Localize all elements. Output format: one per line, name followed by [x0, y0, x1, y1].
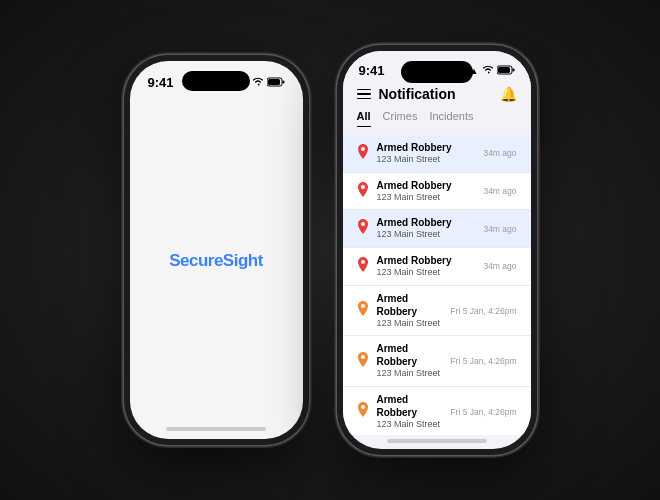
- tab-incidents[interactable]: Incidents: [429, 110, 473, 127]
- bell-icon[interactable]: 🔔: [500, 86, 517, 102]
- home-indicator-right: [387, 439, 487, 443]
- notif-content: Armed Robbery 123 Main Street: [377, 216, 476, 241]
- battery-icon-left: [267, 77, 285, 89]
- pin-icon: [357, 402, 369, 421]
- notification-item[interactable]: Armed Robbery 123 Main Street 34m ago: [343, 210, 531, 248]
- pin-icon: [357, 352, 369, 371]
- pin-icon: [357, 301, 369, 320]
- dynamic-island-left: [182, 71, 250, 91]
- notif-item-title: Armed Robbery: [377, 179, 476, 192]
- notif-item-subtitle: 123 Main Street: [377, 154, 476, 166]
- notif-item-time: 34m ago: [483, 186, 516, 196]
- pin-icon: [357, 182, 369, 201]
- svg-point-8: [361, 222, 365, 226]
- notif-item-time: 34m ago: [483, 261, 516, 271]
- notif-item-time: Fri 5 Jan, 4:26pm: [450, 407, 516, 417]
- notif-content: Armed Robbery 123 Main Street: [377, 393, 443, 431]
- notification-item[interactable]: Armed Robbery 123 Main Street Fri 5 Jan,…: [343, 387, 531, 435]
- left-screen: 9:41 ▲ SecureSight: [130, 61, 303, 439]
- notif-item-time: 34m ago: [483, 224, 516, 234]
- notif-item-time: Fri 5 Jan, 4:26pm: [450, 306, 516, 316]
- hamburger-icon[interactable]: [357, 89, 371, 100]
- svg-point-11: [361, 355, 365, 359]
- notification-title: Notification: [379, 86, 456, 102]
- notif-item-subtitle: 123 Main Street: [377, 318, 443, 330]
- left-phone: 9:41 ▲ SecureSight: [124, 55, 309, 445]
- silent-button-right[interactable]: [337, 45, 340, 65]
- volume-down-button[interactable]: [124, 105, 127, 135]
- svg-point-12: [361, 405, 365, 409]
- notif-content: Armed Robbery 123 Main Street: [377, 254, 476, 279]
- svg-point-6: [361, 147, 365, 151]
- notif-item-subtitle: 123 Main Street: [377, 368, 443, 380]
- notif-content: Armed Robbery 123 Main Street: [377, 292, 443, 330]
- notification-item[interactable]: Armed Robbery 123 Main Street 34m ago: [343, 173, 531, 211]
- notif-item-title: Armed Robbery: [377, 393, 443, 419]
- notif-item-title: Armed Robbery: [377, 141, 476, 154]
- right-phone: 9:41 ▲ Notification: [337, 45, 537, 455]
- volume-up-button-right[interactable]: [337, 65, 340, 95]
- svg-rect-2: [268, 79, 280, 85]
- notification-screen: 9:41 ▲ Notification: [343, 51, 531, 449]
- notif-item-time: 34m ago: [483, 148, 516, 158]
- notif-item-time: Fri 5 Jan, 4:26pm: [450, 356, 516, 366]
- notif-item-title: Armed Robbery: [377, 342, 443, 368]
- time-right: 9:41: [359, 63, 385, 78]
- wifi-icon-right: [482, 65, 494, 76]
- app-logo: SecureSight: [169, 251, 263, 271]
- home-indicator-left: [166, 427, 266, 431]
- splash-content: SecureSight: [130, 94, 303, 427]
- notification-list: Armed Robbery 123 Main Street 34m ago Ar…: [343, 135, 531, 435]
- dynamic-island-right: [401, 61, 473, 83]
- header-left: Notification: [357, 86, 456, 102]
- notif-content: Armed Robbery 123 Main Street: [377, 179, 476, 204]
- logo-part1: Secure: [169, 251, 223, 270]
- notif-item-subtitle: 123 Main Street: [377, 267, 476, 279]
- notif-content: Armed Robbery 123 Main Street: [377, 342, 443, 380]
- pin-icon: [357, 144, 369, 163]
- power-button[interactable]: [124, 135, 127, 190]
- notification-item[interactable]: Armed Robbery 123 Main Street Fri 5 Jan,…: [343, 336, 531, 387]
- pin-icon: [357, 257, 369, 276]
- svg-point-9: [361, 260, 365, 264]
- notif-item-subtitle: 123 Main Street: [377, 229, 476, 241]
- notif-item-title: Armed Robbery: [377, 292, 443, 318]
- svg-rect-5: [498, 67, 510, 73]
- svg-point-7: [361, 185, 365, 189]
- notif-item-subtitle: 123 Main Street: [377, 192, 476, 204]
- notif-content: Armed Robbery 123 Main Street: [377, 141, 476, 166]
- notification-item[interactable]: Armed Robbery 123 Main Street 34m ago: [343, 248, 531, 286]
- power-button-right[interactable]: [337, 125, 340, 180]
- right-screen: 9:41 ▲ Notification: [343, 51, 531, 449]
- tab-bar: All Crimes Incidents: [343, 110, 531, 135]
- svg-point-10: [361, 304, 365, 308]
- tab-all[interactable]: All: [357, 110, 371, 127]
- notification-item[interactable]: Armed Robbery 123 Main Street 34m ago: [343, 135, 531, 173]
- tab-crimes[interactable]: Crimes: [383, 110, 418, 127]
- volume-down-button-right[interactable]: [337, 95, 340, 125]
- notif-item-subtitle: 123 Main Street: [377, 419, 443, 431]
- svg-rect-4: [512, 68, 514, 71]
- svg-rect-1: [282, 80, 284, 83]
- notification-header: Notification 🔔: [343, 82, 531, 110]
- status-icons-right: ▲: [470, 65, 515, 77]
- pin-icon: [357, 219, 369, 238]
- notification-item[interactable]: Armed Robbery 123 Main Street Fri 5 Jan,…: [343, 286, 531, 337]
- notif-item-title: Armed Robbery: [377, 216, 476, 229]
- battery-icon-right: [497, 65, 515, 77]
- notif-item-title: Armed Robbery: [377, 254, 476, 267]
- silent-button[interactable]: [124, 55, 127, 75]
- splash-screen: 9:41 ▲ SecureSight: [130, 61, 303, 439]
- wifi-icon-left: [252, 77, 264, 88]
- logo-part2: Sight: [223, 251, 263, 270]
- time-left: 9:41: [148, 75, 174, 90]
- volume-up-button[interactable]: [124, 75, 127, 105]
